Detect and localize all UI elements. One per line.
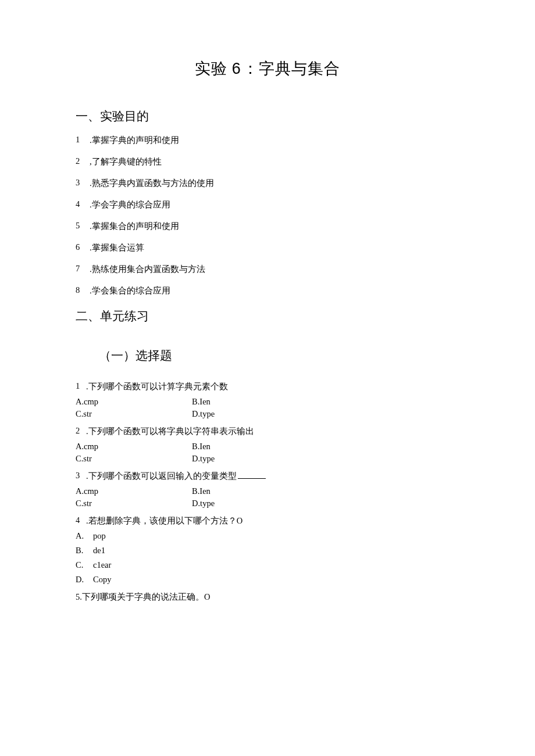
option-a: A.cmp <box>76 442 192 452</box>
objective-index: 7 <box>76 264 81 275</box>
section-2-heading: 二、单元练习 <box>76 308 459 324</box>
option-a-line: A. pop <box>76 531 459 541</box>
option-b: B.Ien <box>192 486 308 496</box>
option-a: A.cmp <box>76 486 192 496</box>
document-title: 实验 6：字典与集合 <box>76 58 459 79</box>
objective-text: .熟练使用集合内置函数与方法 <box>90 264 205 275</box>
objective-index: 6 <box>76 242 81 253</box>
question-3-options-row: C.str D.type <box>76 499 459 508</box>
objective-index: 5 <box>76 221 81 232</box>
option-b-line: B. de1 <box>76 546 459 556</box>
option-text: c1ear <box>93 560 111 570</box>
objective-item: 6 .掌握集合运算 <box>76 242 459 253</box>
objective-item: 2 ,了解字典键的特性 <box>76 156 459 167</box>
question-index: 2 <box>76 426 81 437</box>
question-1-options-row: A.cmp B.Ien <box>76 397 459 407</box>
objective-text: .掌握字典的声明和使用 <box>90 135 179 146</box>
section-1-heading: 一、实验目的 <box>76 108 459 124</box>
option-d: D.type <box>192 499 308 508</box>
option-a: A.cmp <box>76 397 192 407</box>
objective-index: 8 <box>76 285 81 296</box>
option-label: D. <box>76 575 85 585</box>
objective-text: .学会字典的综合应用 <box>90 199 170 210</box>
question-2-options-row: C.str D.type <box>76 454 459 464</box>
question-stem: .下列哪个函数可以计算字典元素个数 <box>86 381 228 392</box>
objective-item: 3 .熟悉字典内置函数与方法的使用 <box>76 178 459 189</box>
title-suffix: ：字典与集合 <box>242 60 340 77</box>
objective-text: .掌握集合运算 <box>90 242 144 253</box>
option-c: C.str <box>76 409 192 419</box>
option-c: C.str <box>76 454 192 464</box>
question-4: 4 .若想删除字典，该使用以下哪个方法？O <box>76 515 459 526</box>
question-stem: .若想删除字典，该使用以下哪个方法？O <box>86 515 242 526</box>
option-label: C. <box>76 560 85 570</box>
question-index: 4 <box>76 515 81 526</box>
objective-text: .掌握集合的声明和使用 <box>90 221 179 232</box>
question-5: 5.下列哪项关于字典的说法正确。O <box>76 592 459 603</box>
question-3: 3 .下列哪个函数可以返回输入的变量类型 <box>76 471 459 482</box>
option-text: Copy <box>93 575 111 585</box>
option-c-line: C. c1ear <box>76 560 459 570</box>
question-index: 3 <box>76 471 81 482</box>
option-d: D.type <box>192 409 308 419</box>
question-stem-text: .下列哪个函数可以返回输入的变量类型 <box>86 471 237 481</box>
question-stem: .下列哪个函数可以将字典以字符串表示输出 <box>86 426 254 437</box>
subsection-heading: （一）选择题 <box>99 347 459 364</box>
title-prefix: 实验 <box>195 60 232 77</box>
question-3-options-row: A.cmp B.Ien <box>76 486 459 496</box>
option-label: B. <box>76 546 85 556</box>
objective-item: 5 .掌握集合的声明和使用 <box>76 221 459 232</box>
objective-index: 1 <box>76 135 81 146</box>
question-1: 1 .下列哪个函数可以计算字典元素个数 <box>76 381 459 392</box>
question-index: 1 <box>76 381 81 392</box>
option-d: D.type <box>192 454 308 464</box>
question-2: 2 .下列哪个函数可以将字典以字符串表示输出 <box>76 426 459 437</box>
objective-item: 1 .掌握字典的声明和使用 <box>76 135 459 146</box>
question-stem: 5.下列哪项关于字典的说法正确。O <box>76 592 210 603</box>
fill-blank <box>238 478 266 479</box>
objective-index: 3 <box>76 178 81 189</box>
objective-text: ,了解字典键的特性 <box>90 156 162 167</box>
option-c: C.str <box>76 499 192 508</box>
title-number: 6 <box>232 60 241 77</box>
question-2-options-row: A.cmp B.Ien <box>76 442 459 452</box>
document-page: 实验 6：字典与集合 一、实验目的 1 .掌握字典的声明和使用 2 ,了解字典键… <box>0 0 535 756</box>
option-label: A. <box>76 531 85 541</box>
option-text: de1 <box>93 546 105 556</box>
objective-item: 8 .学会集合的综合应用 <box>76 285 459 296</box>
objective-text: .熟悉字典内置函数与方法的使用 <box>90 178 214 189</box>
objective-text: .学会集合的综合应用 <box>90 285 170 296</box>
objective-item: 7 .熟练使用集合内置函数与方法 <box>76 264 459 275</box>
objective-index: 2 <box>76 156 81 167</box>
option-text: pop <box>93 531 106 541</box>
objective-index: 4 <box>76 199 81 210</box>
option-b: B.Ien <box>192 442 308 452</box>
question-stem: .下列哪个函数可以返回输入的变量类型 <box>86 471 266 482</box>
option-d-line: D. Copy <box>76 575 459 585</box>
question-1-options-row: C.str D.type <box>76 409 459 419</box>
option-b: B.Ien <box>192 397 308 407</box>
objective-item: 4 .学会字典的综合应用 <box>76 199 459 210</box>
